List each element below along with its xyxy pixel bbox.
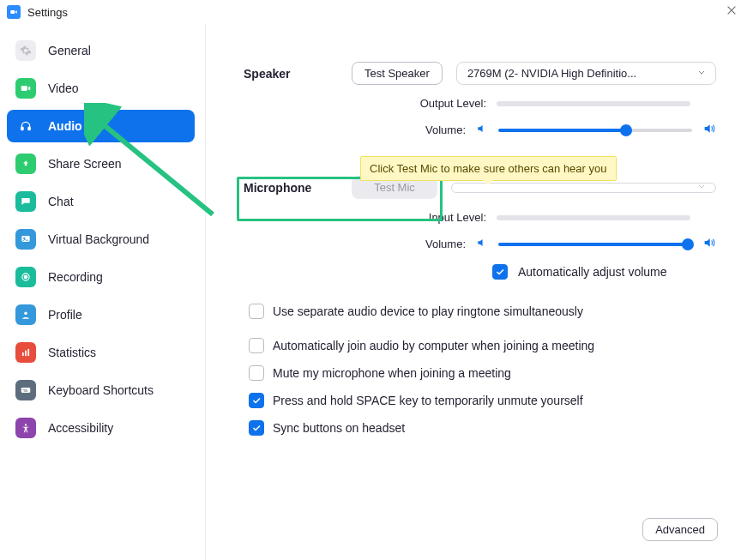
mute-on-join-checkbox[interactable]	[249, 365, 264, 381]
option-space-unmute: Press and hold SPACE key to temporarily …	[249, 393, 716, 408]
sidebar-item-label: Keyboard Shortcuts	[48, 383, 154, 397]
test-mic-tooltip: Click Test Mic to make sure others can h…	[360, 156, 617, 181]
test-speaker-button[interactable]: Test Speaker	[352, 62, 443, 85]
svg-point-17	[25, 424, 27, 425]
sidebar-item-statistics[interactable]: Statistics	[7, 336, 195, 369]
sync-headset-checkbox[interactable]	[249, 420, 264, 436]
sidebar-item-label: Recording	[48, 270, 103, 284]
advanced-button[interactable]: Advanced	[642, 518, 718, 541]
sidebar: General Video Audio Share Screen Chat	[0, 24, 206, 560]
auto-adjust-row: Automatically adjust volume	[492, 264, 716, 280]
speaker-low-icon	[476, 123, 488, 137]
speaker-device-dropdown[interactable]: 2769M (2- NVIDIA High Definitio...	[456, 62, 716, 85]
svg-rect-3	[28, 127, 30, 130]
mic-volume-row: Volume:	[244, 236, 716, 252]
speaker-low-icon	[476, 237, 488, 251]
svg-point-8	[24, 312, 27, 316]
auto-adjust-checkbox[interactable]	[492, 264, 508, 280]
svg-rect-13	[23, 389, 24, 390]
speaker-device-selected: 2769M (2- NVIDIA High Definitio...	[467, 67, 636, 80]
sidebar-item-virtual-background[interactable]: Virtual Background	[7, 223, 195, 256]
svg-rect-11	[27, 349, 29, 356]
sidebar-item-general[interactable]: General	[7, 34, 195, 67]
svg-rect-9	[22, 352, 24, 356]
output-level-row: Output Level:	[244, 97, 716, 110]
keyboard-icon	[15, 380, 36, 400]
sidebar-item-keyboard-shortcuts[interactable]: Keyboard Shortcuts	[7, 374, 195, 406]
svg-rect-0	[10, 10, 15, 14]
svg-rect-16	[24, 391, 28, 392]
output-level-label: Output Level:	[366, 97, 486, 110]
sidebar-item-label: General	[48, 44, 91, 57]
speaker-high-icon	[702, 236, 716, 252]
svg-rect-15	[26, 389, 27, 390]
option-label: Mute my microphone when joining a meetin…	[273, 366, 511, 380]
svg-rect-14	[24, 389, 25, 390]
speaker-high-icon	[702, 122, 716, 138]
option-auto-join: Automatically join audio by computer whe…	[249, 338, 716, 353]
close-icon[interactable]	[725, 3, 738, 17]
option-label: Sync buttons on headset	[273, 421, 405, 435]
svg-rect-10	[25, 351, 27, 356]
chat-icon	[15, 191, 36, 212]
sidebar-item-label: Audio	[48, 119, 82, 133]
auto-adjust-label: Automatically adjust volume	[518, 265, 667, 279]
chevron-down-icon	[696, 181, 707, 194]
share-screen-icon	[15, 154, 36, 174]
sidebar-item-label: Share Screen	[48, 157, 122, 171]
video-icon	[15, 78, 36, 99]
gear-icon	[15, 40, 36, 61]
space-unmute-checkbox[interactable]	[249, 393, 264, 408]
app-icon	[7, 5, 21, 19]
microphone-highlight-annotation	[237, 177, 443, 221]
sidebar-item-label: Virtual Background	[48, 232, 149, 246]
svg-rect-1	[21, 86, 27, 91]
titlebar: Settings	[0, 0, 747, 24]
headphones-icon	[15, 116, 36, 136]
option-separate-device: Use separate audio device to play ringto…	[249, 304, 716, 319]
chevron-down-icon	[696, 67, 707, 80]
mic-volume-slider[interactable]	[498, 238, 692, 250]
speaker-section: Speaker Test Speaker 2769M (2- NVIDIA Hi…	[244, 62, 716, 85]
sidebar-item-share-screen[interactable]: Share Screen	[7, 148, 195, 180]
option-mute-on-join: Mute my microphone when joining a meetin…	[249, 365, 716, 381]
sidebar-item-video[interactable]: Video	[7, 72, 195, 105]
speaker-volume-label: Volume:	[346, 123, 466, 136]
virtual-background-icon	[15, 229, 36, 250]
sidebar-item-label: Chat	[48, 195, 74, 208]
auto-join-checkbox[interactable]	[249, 338, 264, 353]
accessibility-icon	[15, 418, 36, 438]
speaker-volume-row: Volume:	[244, 122, 716, 138]
input-level-meter	[497, 215, 690, 220]
profile-icon	[15, 304, 36, 325]
sidebar-item-accessibility[interactable]: Accessibility	[7, 412, 195, 444]
option-label: Press and hold SPACE key to temporarily …	[273, 394, 583, 407]
sidebar-item-label: Video	[48, 81, 79, 95]
option-sync-headset: Sync buttons on headset	[249, 420, 716, 436]
mic-volume-label: Volume:	[346, 238, 466, 250]
separate-device-checkbox[interactable]	[249, 304, 264, 319]
sidebar-item-recording[interactable]: Recording	[7, 261, 195, 293]
sidebar-item-label: Accessibility	[48, 421, 113, 435]
output-level-meter	[497, 101, 690, 106]
speaker-volume-slider[interactable]	[498, 124, 692, 136]
option-label: Use separate audio device to play ringto…	[273, 304, 583, 318]
sidebar-item-audio[interactable]: Audio	[7, 110, 195, 142]
svg-rect-2	[21, 127, 23, 130]
sidebar-item-profile[interactable]: Profile	[7, 298, 195, 331]
svg-point-7	[24, 275, 27, 279]
sidebar-item-chat[interactable]: Chat	[7, 185, 195, 218]
sidebar-item-label: Profile	[48, 308, 82, 322]
option-label: Automatically join audio by computer whe…	[273, 339, 594, 352]
svg-rect-12	[21, 388, 31, 393]
speaker-label: Speaker	[244, 67, 338, 81]
content-pane: Speaker Test Speaker 2769M (2- NVIDIA Hi…	[206, 24, 747, 560]
statistics-icon	[15, 342, 36, 363]
recording-icon	[15, 267, 36, 287]
sidebar-item-label: Statistics	[48, 346, 96, 359]
window-title: Settings	[27, 6, 68, 19]
